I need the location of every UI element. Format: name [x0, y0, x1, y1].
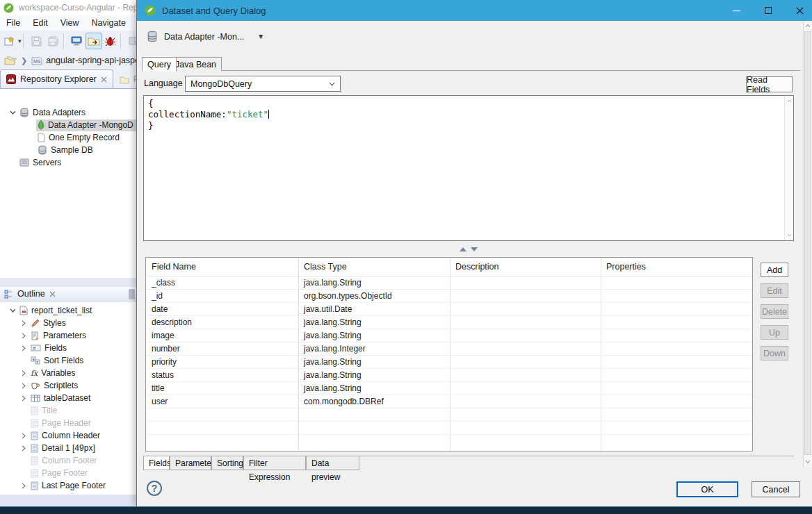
tree-item-styles[interactable]: Styles [0, 317, 136, 329]
tree-item-parameters[interactable]: Parameters [0, 329, 136, 342]
tree-item-variables[interactable]: fx Variables [0, 367, 136, 379]
tree-item-report-root[interactable]: report_ticket_list [0, 304, 136, 317]
open-folders-icon[interactable] [4, 56, 17, 65]
tab-java-bean[interactable]: Java Bean [170, 57, 222, 71]
tab-query[interactable]: Query [142, 57, 177, 72]
tree-item-page-header-band[interactable]: Page Header [0, 417, 136, 429]
up-button[interactable]: Up [761, 325, 788, 340]
table-row[interactable]: titlejava.lang.String [146, 382, 752, 395]
expander-expand-icon[interactable] [18, 445, 29, 451]
tab-repository-explorer[interactable]: Repository Explorer [0, 69, 113, 88]
table-row[interactable]: usercom.mongodb.DBRef [146, 395, 752, 408]
sash-expand-up-icon[interactable] [460, 247, 466, 251]
dialog-scrollbar[interactable] [803, 21, 812, 467]
tree-item-page-footer-band[interactable]: Page Footer [0, 467, 136, 479]
scroll-down-icon[interactable] [787, 233, 792, 237]
new-wizard-button[interactable] [1, 33, 18, 49]
tree-item-table-dataset[interactable]: tableDataset [0, 392, 136, 404]
tree-item-scriptlets[interactable]: Scriptlets [0, 379, 136, 392]
expander-expand-icon[interactable] [18, 383, 29, 389]
close-button[interactable] [788, 0, 811, 21]
minimize-button[interactable] [724, 0, 748, 21]
menu-edit[interactable]: Edit [26, 18, 54, 28]
scroll-up-icon[interactable] [787, 99, 792, 103]
outline-panel-header[interactable]: Outline [0, 287, 136, 301]
expander-expand-icon[interactable] [18, 370, 29, 376]
table-row[interactable]: statusjava.lang.String [146, 369, 752, 382]
tree-item-column-header-band[interactable]: Column Header [0, 429, 136, 442]
table-row[interactable]: _idorg.bson.types.ObjectId [146, 290, 752, 303]
tree-item-fields[interactable]: # Fields [0, 342, 136, 354]
debug-button[interactable] [102, 33, 119, 49]
tab-parameters[interactable]: Parameters [170, 456, 211, 470]
menu-navigate[interactable]: Navigate [86, 18, 132, 28]
sash-expand-down-icon[interactable] [471, 247, 478, 251]
console-button[interactable] [69, 33, 86, 49]
table-header[interactable]: Field Name Class Type Description Proper… [146, 258, 752, 276]
taskbar[interactable] [0, 506, 812, 514]
expander-expand-icon[interactable] [18, 483, 29, 489]
close-tab-icon[interactable] [49, 291, 56, 297]
scroll-down-icon[interactable] [805, 460, 811, 464]
data-adapter-selector[interactable]: Data Adapter -Mon... ▼ [147, 31, 264, 42]
tree-item-sort-fields[interactable]: az Sort Fields [0, 354, 136, 367]
expander-collapse-icon[interactable] [7, 110, 18, 115]
tree-item-data-adapter-mongodb[interactable]: Data Adapter -MongoD [0, 119, 136, 131]
menu-view[interactable]: View [54, 18, 86, 28]
clipped-toolbar-button[interactable] [126, 33, 136, 49]
table-row[interactable]: priorityjava.lang.String [146, 356, 752, 369]
table-row-empty[interactable] [146, 422, 752, 435]
breadcrumb-path[interactable]: angular-spring-api-jaspe [46, 56, 136, 65]
expander-expand-icon[interactable] [18, 433, 29, 439]
tab-data-preview[interactable]: Data preview [306, 456, 359, 470]
down-button[interactable]: Down [761, 346, 788, 360]
tree-item-sample-db[interactable]: Sample DB [0, 144, 136, 156]
expander-expand-icon[interactable] [18, 345, 29, 351]
tree-item-one-empty-record[interactable]: One Empty Record [0, 131, 136, 144]
scrollbar-thumb[interactable] [804, 31, 811, 455]
dialog-titlebar[interactable]: Dataset and Query Dialog [137, 0, 812, 21]
edit-button[interactable]: Edit [761, 283, 788, 298]
table-row-empty[interactable] [146, 408, 752, 422]
expander-expand-icon[interactable] [18, 320, 29, 326]
table-row[interactable]: imagejava.lang.String [146, 329, 752, 342]
close-tab-icon[interactable] [101, 76, 107, 83]
tree-item-last-page-footer-band[interactable]: Last Page Footer [0, 479, 136, 492]
new-wizard-caret-icon[interactable]: ▾ [18, 38, 22, 44]
tab-sorting[interactable]: Sorting [211, 456, 243, 470]
tab-filter-expression[interactable]: Filter Expression [243, 456, 306, 470]
table-row[interactable]: numberjava.lang.Integer [146, 342, 752, 356]
tree-item-servers[interactable]: Servers [0, 156, 136, 169]
language-select[interactable]: MongoDbQuery [185, 76, 341, 92]
tree-item-title-band[interactable]: Title [0, 404, 136, 417]
table-row[interactable]: _classjava.lang.String [146, 276, 752, 290]
scroll-up-icon[interactable] [805, 24, 811, 28]
expander-expand-icon[interactable] [18, 333, 29, 339]
add-button[interactable]: Add [761, 263, 788, 277]
maximize-button[interactable] [756, 0, 780, 21]
save-all-button[interactable] [45, 33, 62, 49]
cancel-button[interactable]: Cancel [752, 481, 800, 497]
tab-project-explorer-partial[interactable]: Pro [113, 69, 136, 88]
expander-collapse-icon[interactable] [7, 308, 18, 313]
help-button[interactable]: ? [147, 481, 162, 496]
tree-item-data-adapters[interactable]: Data Adapters [0, 106, 136, 119]
tree-item-detail-band[interactable]: Detail 1 [49px] [0, 442, 136, 454]
read-fields-button[interactable]: Read Fields [746, 76, 793, 92]
tab-fields[interactable]: Fields [143, 456, 170, 470]
splitter-sash[interactable] [143, 244, 794, 254]
menu-file[interactable]: File [0, 18, 26, 28]
table-row[interactable]: descriptionjava.lang.String [146, 316, 752, 329]
panel-buttons[interactable] [129, 289, 135, 299]
save-button[interactable] [29, 33, 45, 49]
panel-divider[interactable] [0, 278, 136, 287]
query-editor[interactable]: { collectionName:"ticket" } [143, 95, 794, 241]
expander-expand-icon[interactable] [18, 395, 29, 401]
report-file-icon[interactable]: MS [31, 56, 42, 65]
query-scrollbar[interactable] [784, 96, 793, 240]
tree-item-column-footer-band[interactable]: Column Footer [0, 454, 136, 467]
ok-button[interactable]: OK [676, 481, 738, 497]
open-project-button[interactable] [86, 33, 102, 49]
delete-button[interactable]: Delete [761, 304, 788, 319]
table-row[interactable]: datejava.util.Date [146, 303, 752, 316]
